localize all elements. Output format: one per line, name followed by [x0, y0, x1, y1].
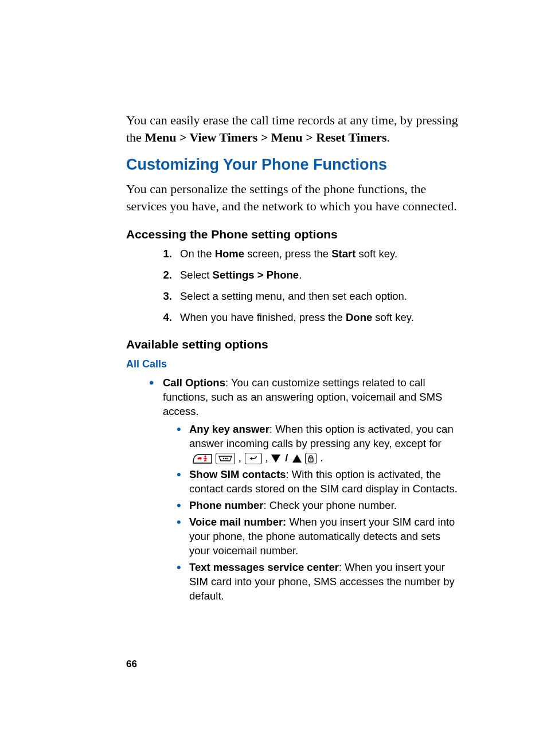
- step-item: 1. On the Home screen, press the Start s…: [155, 247, 458, 261]
- sub-bullet-list: • Any key answer: When this option is ac…: [177, 422, 458, 604]
- list-item: • Show SIM contacts: With this option is…: [177, 468, 458, 496]
- svg-point-3: [226, 457, 228, 459]
- step-text: Select Settings > Phone.: [180, 268, 458, 283]
- list-item: • Call Options: You can customize settin…: [149, 376, 458, 606]
- step-text: When you have finished, press the Done s…: [180, 311, 458, 325]
- bullet-icon: •: [177, 499, 189, 513]
- bullet-text: Show SIM contacts: With this option is a…: [189, 468, 458, 496]
- step-number: 2.: [155, 268, 180, 283]
- svg-point-5: [310, 459, 311, 460]
- step-item: 2. Select Settings > Phone.: [155, 268, 458, 283]
- list-item: • Text messages service center: When you…: [177, 561, 458, 604]
- svg-point-0: [204, 455, 206, 457]
- bullet-icon: •: [149, 376, 163, 606]
- step-number: 4.: [155, 311, 180, 325]
- step-text: Select a setting menu, and then set each…: [180, 289, 458, 304]
- intro-bold-path: Menu > View Timers > Menu > Reset Timers: [144, 130, 386, 144]
- step-item: 3. Select a setting menu, and then set e…: [155, 289, 458, 304]
- manual-page: You can easily erase the call time recor…: [0, 0, 547, 756]
- nav-down-icon: [271, 455, 280, 463]
- bullet-text: Any key answer: When this option is acti…: [189, 422, 458, 466]
- svg-point-2: [225, 457, 226, 459]
- bullet-text: Voice mail number: When you insert your …: [189, 515, 458, 558]
- bullet-text: Text messages service center: When you i…: [189, 561, 458, 604]
- intro-post: .: [387, 130, 390, 144]
- bullet-text: Call Options: You can customize settings…: [163, 376, 458, 606]
- bullet-text: Phone number: Check your phone number.: [189, 499, 458, 513]
- nav-up-icon: [292, 455, 302, 463]
- power-lock-key-icon: [305, 453, 317, 464]
- step-item: 4. When you have finished, press the Don…: [155, 311, 458, 325]
- steps-list: 1. On the Home screen, press the Start s…: [155, 247, 458, 325]
- key-icon-row: , , /: [193, 451, 323, 465]
- softkey-dots-icon: [216, 453, 235, 464]
- available-title: Available setting options: [126, 338, 458, 351]
- page-number: 66: [126, 659, 137, 670]
- section-title: Customizing Your Phone Functions: [126, 156, 458, 174]
- step-number: 1.: [155, 247, 180, 261]
- all-calls-title: All Calls: [126, 358, 458, 370]
- bullet-icon: •: [177, 468, 189, 496]
- list-item: • Voice mail number: When you insert you…: [177, 515, 458, 558]
- list-item: • Phone number: Check your phone number.: [177, 499, 458, 513]
- end-call-key-icon: [193, 453, 212, 464]
- section-intro: You can personalize the settings of the …: [126, 181, 458, 214]
- top-bullet-list: • Call Options: You can customize settin…: [149, 376, 458, 606]
- bullet-icon: •: [177, 561, 189, 604]
- back-key-icon: [245, 453, 262, 464]
- step-text: On the Home screen, press the Start soft…: [180, 247, 458, 261]
- svg-point-1: [223, 457, 224, 459]
- step-number: 3.: [155, 289, 180, 304]
- bullet-icon: •: [177, 515, 189, 558]
- list-item: • Any key answer: When this option is ac…: [177, 422, 458, 466]
- bullet-icon: •: [177, 422, 189, 466]
- accessing-title: Accessing the Phone setting options: [126, 228, 458, 241]
- intro-paragraph: You can easily erase the call time recor…: [126, 112, 458, 146]
